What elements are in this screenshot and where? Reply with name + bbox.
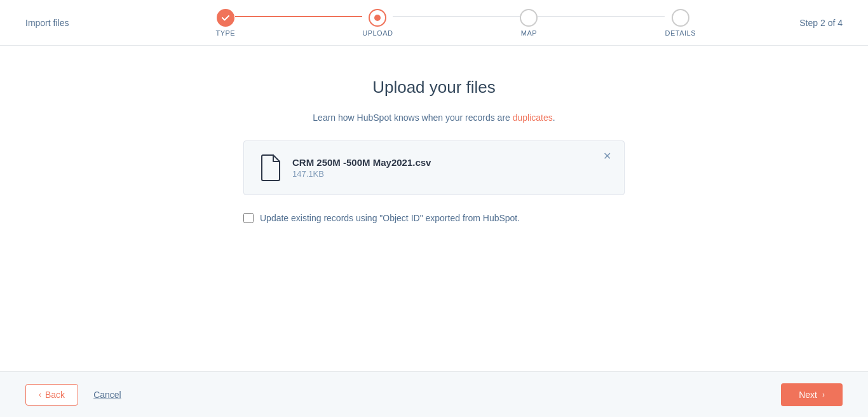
file-icon: [259, 154, 282, 182]
step-upload-label: UPLOAD: [362, 29, 393, 37]
file-name: CRM 250M -500M May2021.csv: [292, 157, 431, 168]
chevron-right-icon: ›: [822, 390, 825, 399]
checkbox-label[interactable]: Update existing records using "Object ID…: [260, 213, 520, 223]
step-type-label: TYPE: [215, 29, 235, 37]
step-type: TYPE: [215, 9, 235, 37]
back-label: Back: [45, 390, 65, 400]
next-label: Next: [799, 390, 817, 400]
step-map-label: MAP: [521, 29, 537, 37]
next-button[interactable]: Next ›: [781, 383, 843, 406]
update-records-checkbox[interactable]: [243, 213, 254, 223]
cancel-button[interactable]: Cancel: [93, 390, 121, 400]
step-details: DETAILS: [665, 9, 696, 37]
subtitle: Learn how HubSpot knows when your record…: [313, 113, 555, 123]
duplicates-link[interactable]: duplicates: [513, 113, 553, 123]
page-title: Upload your files: [372, 78, 496, 97]
step-map: MAP: [520, 9, 538, 37]
checkbox-row: Update existing records using "Object ID…: [243, 213, 625, 223]
back-button[interactable]: ‹ Back: [25, 384, 78, 406]
subtitle-suffix: .: [553, 113, 555, 123]
step-details-label: DETAILS: [665, 29, 696, 37]
step-counter: Step 2 of 4: [799, 18, 843, 28]
file-close-button[interactable]: ✕: [599, 150, 615, 163]
subtitle-prefix: Learn how HubSpot knows when your record…: [313, 113, 512, 123]
step-type-circle: [217, 9, 234, 27]
step-line-3: [538, 16, 665, 17]
chevron-left-icon: ‹: [39, 390, 41, 399]
file-card: CRM 250M -500M May2021.csv 147.1KB ✕: [243, 140, 625, 195]
stepper: TYPE UPLOAD MAP DETAILS Step 2 of 4: [69, 9, 843, 37]
file-size: 147.1KB: [292, 169, 431, 179]
footer-left: ‹ Back Cancel: [25, 384, 121, 406]
step-line-2: [393, 16, 520, 17]
header: Import files TYPE UPLOAD MAP DET: [0, 0, 868, 46]
step-upload: UPLOAD: [362, 9, 393, 37]
file-info: CRM 250M -500M May2021.csv 147.1KB: [292, 157, 431, 179]
import-files-title: Import files: [25, 18, 69, 28]
step-line-1: [235, 16, 362, 17]
step-upload-circle: [369, 9, 386, 27]
step-details-circle: [672, 9, 689, 27]
main-content: Upload your files Learn how HubSpot know…: [0, 46, 868, 371]
step-map-circle: [520, 9, 538, 27]
footer: ‹ Back Cancel Next ›: [0, 371, 868, 417]
